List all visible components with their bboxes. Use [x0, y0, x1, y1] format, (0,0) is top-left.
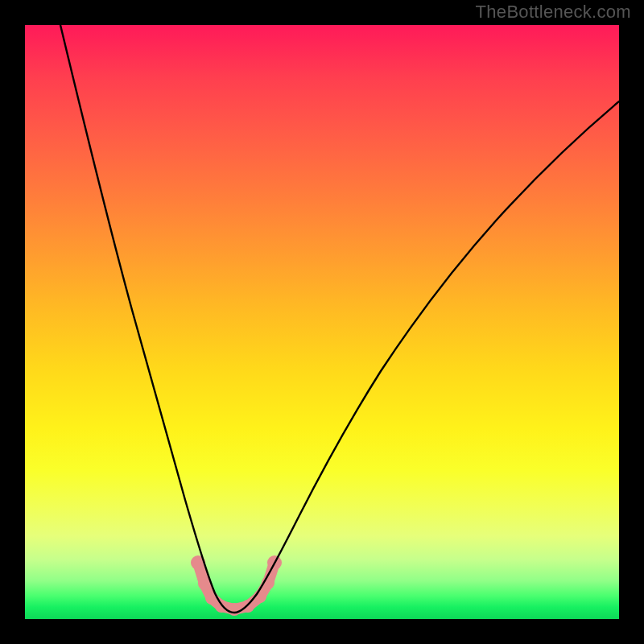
chart-frame: TheBottleneck.com — [0, 0, 644, 644]
plot-area — [25, 25, 619, 619]
svg-point-4 — [215, 600, 228, 613]
curve-layer — [25, 25, 619, 619]
bottleneck-curve-path — [60, 25, 619, 613]
svg-point-5 — [228, 603, 241, 616]
svg-point-6 — [242, 600, 254, 613]
watermark-text: TheBottleneck.com — [476, 2, 631, 23]
